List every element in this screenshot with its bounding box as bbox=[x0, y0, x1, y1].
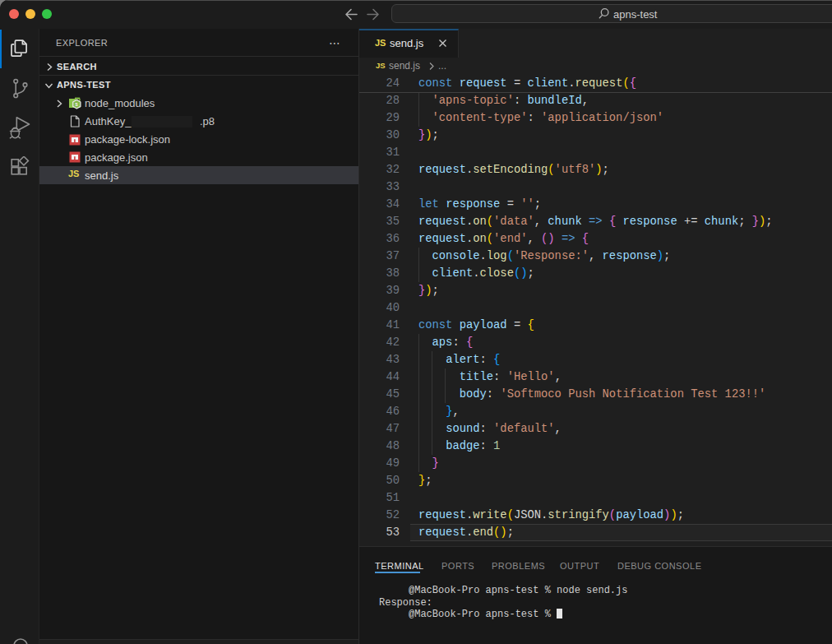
svg-text:s: s bbox=[75, 101, 78, 107]
